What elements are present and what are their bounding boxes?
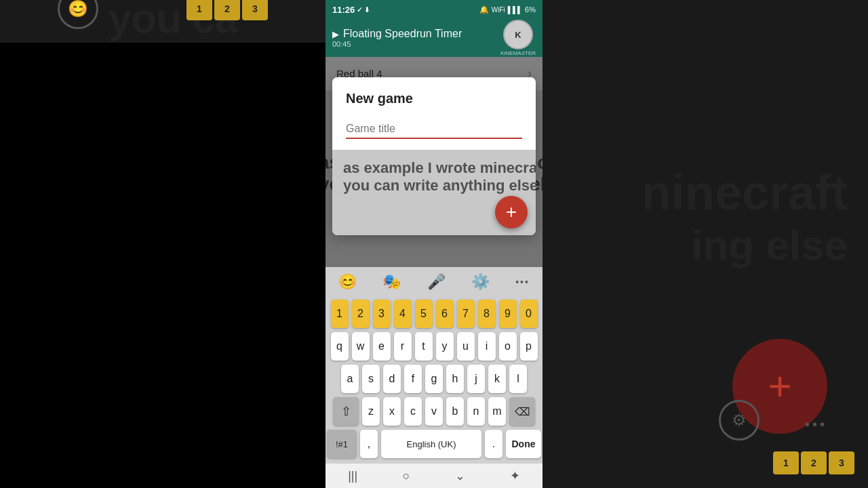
key-4[interactable]: 4 [394, 300, 412, 328]
key-5[interactable]: 5 [415, 300, 433, 328]
more-toolbar-icon[interactable]: ••• [515, 277, 530, 287]
key-j[interactable]: j [467, 365, 485, 393]
key-t[interactable]: t [415, 332, 433, 361]
key-space[interactable]: English (UK) [381, 430, 481, 458]
phone-container: 11:26 ✓ ⬇ 🔔 WiFi ▌▌▌ 6% ▶ Floating Speed… [326, 0, 542, 488]
background-left: as exa you ca 😊 1 2 3 [0, 0, 326, 43]
accessibility-nav-icon[interactable]: ✦ [510, 468, 520, 483]
fab-area: + [495, 196, 528, 228]
key-f[interactable]: f [404, 365, 422, 393]
keyboard: 1 2 3 4 5 6 7 8 9 0 q w e r t y u i o p … [326, 297, 542, 464]
wifi-icon: WiFi [492, 6, 505, 14]
sticker-toolbar-icon[interactable]: 🎭 [382, 273, 401, 291]
bottom-nav: ||| ○ ⌄ ✦ [326, 464, 542, 488]
key-comma[interactable]: , [360, 430, 378, 458]
key-done[interactable]: Done [506, 430, 541, 458]
key-u[interactable]: u [457, 332, 475, 361]
key-symbols[interactable]: !#1 [327, 430, 357, 458]
key-r[interactable]: r [394, 332, 412, 361]
app-title: Floating Speedrun Timer [343, 28, 495, 40]
key-v[interactable]: v [425, 397, 443, 426]
key-y[interactable]: y [436, 332, 454, 361]
plus-icon: + [506, 203, 517, 222]
backspace-key[interactable]: ⌫ [509, 397, 535, 426]
kinemaster-badge: K [503, 20, 533, 49]
background-right: ninecraft ing else + 1 2 3 ⚙ ••• [542, 0, 868, 488]
dialog-title-bar: New game [332, 77, 536, 113]
key-g[interactable]: g [425, 365, 443, 393]
key-1[interactable]: 1 [331, 300, 349, 328]
recents-nav-icon[interactable]: ⌄ [455, 468, 465, 483]
key-b[interactable]: b [446, 397, 464, 426]
battery-text: 6% [525, 5, 536, 14]
key-k[interactable]: k [488, 365, 506, 393]
bg-right-text1: ninecraft [542, 165, 868, 221]
key-i[interactable]: i [478, 332, 496, 361]
new-game-dialog: New game as example I wrote minecraft yo… [332, 77, 536, 235]
bg-left-icons: 😊 1 2 3 [0, 0, 326, 29]
back-nav-icon[interactable]: ||| [348, 469, 357, 483]
keyboard-toolbar: 😊 🎭 🎤 ⚙️ ••• [326, 267, 542, 297]
dialog-hint-line2: you can write anything else [343, 177, 525, 195]
key-s[interactable]: s [362, 365, 380, 393]
game-title-input[interactable] [346, 120, 522, 139]
key-e[interactable]: e [373, 332, 391, 361]
key-8[interactable]: 8 [478, 300, 496, 328]
dialog-input-container[interactable] [332, 113, 536, 150]
shift-key[interactable]: ⇧ [333, 397, 359, 426]
content-area: Red ball 4 › as example I wrote minecraf… [326, 57, 542, 267]
app-subtitle: 00:45 [332, 40, 495, 48]
keyboard-row-asdf: a s d f g h j k l [327, 365, 541, 393]
dots-bg: ••• [805, 417, 827, 432]
bg-right-text2: ing else [542, 221, 868, 269]
key-7[interactable]: 7 [457, 300, 475, 328]
key-l[interactable]: l [509, 365, 527, 393]
add-fab-button[interactable]: + [495, 196, 528, 228]
key-9[interactable]: 9 [499, 300, 517, 328]
emoji-icon-bg: 😊 [58, 0, 98, 29]
key-n[interactable]: n [467, 397, 485, 426]
key-0[interactable]: 0 [520, 300, 538, 328]
keyboard-row-qwerty: q w e r t y u i o p [327, 332, 541, 361]
emoji-toolbar-icon[interactable]: 😊 [338, 273, 357, 291]
key-w[interactable]: w [352, 332, 370, 361]
key-m[interactable]: m [488, 397, 506, 426]
keyboard-row-numbers: 1 2 3 4 5 6 7 8 9 0 [327, 300, 541, 328]
status-time: 11:26 ✓ ⬇ [332, 5, 370, 15]
keyboard-row-zxcv: ⇧ z x c v b n m ⌫ [327, 397, 541, 426]
home-nav-icon[interactable]: ○ [402, 469, 410, 483]
key-period[interactable]: . [485, 430, 502, 458]
status-bar: 11:26 ✓ ⬇ 🔔 WiFi ▌▌▌ 6% [326, 0, 542, 19]
dialog-hint-line1: as example I wrote minecraft [343, 159, 525, 177]
key-6[interactable]: 6 [436, 300, 454, 328]
gear-icon-bg: ⚙ [719, 400, 760, 441]
keyboard-row-bottom: !#1 , English (UK) . Done [327, 430, 541, 458]
key-o[interactable]: o [499, 332, 517, 361]
settings-toolbar-icon[interactable]: ⚙️ [471, 273, 490, 291]
key-x[interactable]: x [383, 397, 401, 426]
plus-bg-icon: + [768, 366, 791, 407]
key-d[interactable]: d [383, 365, 401, 393]
signal-icon: ▌▌▌ [508, 6, 522, 14]
key-a[interactable]: a [341, 365, 359, 393]
key-2[interactable]: 2 [352, 300, 370, 328]
mic-toolbar-icon[interactable]: 🎤 [427, 273, 446, 291]
key-q[interactable]: q [331, 332, 349, 361]
status-icons: 🔔 WiFi ▌▌▌ 6% [479, 5, 536, 14]
key-c[interactable]: c [404, 397, 422, 426]
dialog-title: New game [346, 91, 413, 106]
app-bar: ▶ Floating Speedrun Timer 00:45 K KINEMA… [326, 19, 542, 57]
key-p[interactable]: p [520, 332, 538, 361]
key-h[interactable]: h [446, 365, 464, 393]
alarm-icon: 🔔 [479, 5, 489, 14]
key-3[interactable]: 3 [373, 300, 391, 328]
key-z[interactable]: z [362, 397, 380, 426]
